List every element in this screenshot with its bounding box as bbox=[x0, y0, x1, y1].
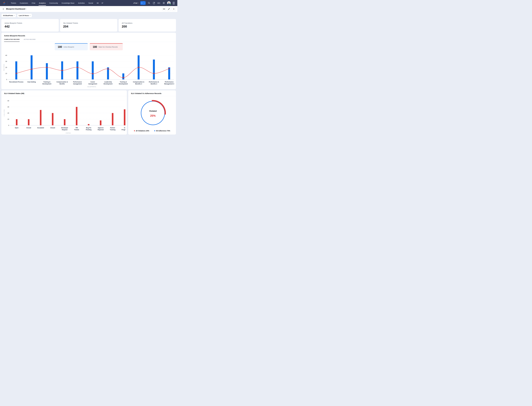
svg-text:LeadershipDevelopment: LeadershipDevelopment bbox=[104, 81, 112, 85]
record-badge-1[interactable]: 180State SLA Overdue Records bbox=[90, 43, 123, 50]
back-button[interactable] bbox=[2, 7, 5, 11]
nav-divider bbox=[7, 1, 8, 5]
tab-completed-record[interactable]: COMPLETED RECORD bbox=[4, 39, 20, 42]
adherence-ring[interactable] bbox=[141, 101, 165, 125]
stat-label: All Transitions bbox=[122, 22, 173, 24]
svg-text:BLUEPRINTS: BLUEPRINTS bbox=[88, 86, 96, 87]
user-avatar[interactable] bbox=[167, 1, 171, 5]
filter-label: All BluePrints bbox=[3, 15, 13, 16]
settings-gear-icon[interactable] bbox=[162, 2, 165, 5]
svg-text:Training &Development: Training &Development bbox=[119, 81, 128, 85]
svg-text:Open: Open bbox=[15, 127, 19, 129]
stat-label: Active Blueprint Tickets bbox=[5, 22, 56, 24]
nav-item-activities[interactable]: Activities bbox=[76, 0, 87, 6]
svg-text:PerformanceManagement 2: PerformanceManagement 2 bbox=[164, 81, 174, 85]
nav-item-social[interactable]: Social bbox=[87, 0, 95, 6]
top-navbar: TicketsCustomersChatAnalyticsCommunityKn… bbox=[0, 0, 177, 6]
app-grid-icon[interactable] bbox=[173, 2, 175, 5]
record-badge-0[interactable]: 180Active Blueprint bbox=[55, 43, 88, 50]
sla-donut-chart: Violated25% bbox=[130, 96, 175, 129]
collapse-button[interactable] bbox=[167, 7, 171, 11]
svg-text:STATES: STATES bbox=[66, 132, 71, 134]
legend-item-1[interactable]: 60 Adherence 75% bbox=[154, 130, 170, 132]
desk-logo-icon[interactable] bbox=[2, 1, 6, 5]
more-options-button[interactable] bbox=[162, 7, 166, 11]
info-button[interactable] bbox=[172, 7, 176, 11]
legend-dot-icon bbox=[134, 130, 135, 131]
stat-card-1[interactable]: Sla Violated Tickets204 bbox=[60, 19, 117, 31]
chevron-down-icon bbox=[144, 2, 145, 4]
svg-text:RECORDS: RECORDS bbox=[3, 64, 5, 71]
filter-button-1[interactable]: Last 24 Hours bbox=[17, 14, 32, 17]
page-header: Blueprint Dashboard bbox=[0, 6, 177, 12]
legend-text: 60 Adherence 75% bbox=[156, 130, 170, 132]
nav-item-chat[interactable]: Chat bbox=[30, 0, 37, 6]
nav-item-im[interactable]: IM bbox=[95, 0, 100, 6]
donut-center-label: Violated bbox=[149, 110, 157, 112]
chevron-down-icon bbox=[30, 15, 30, 16]
badge-value: 180 bbox=[93, 45, 97, 49]
stat-value: 200 bbox=[122, 25, 173, 28]
svg-text:Escalated: Escalated bbox=[37, 127, 44, 129]
svg-text:20: 20 bbox=[7, 112, 9, 114]
gamescope-icon[interactable] bbox=[157, 2, 160, 5]
svg-text:0: 0 bbox=[8, 124, 9, 126]
info-icon bbox=[174, 8, 174, 10]
add-dropdown[interactable] bbox=[144, 1, 146, 5]
svg-text:40: 40 bbox=[6, 55, 7, 56]
chevron-down-icon[interactable] bbox=[26, 8, 27, 10]
violated-bars[interactable] bbox=[16, 107, 126, 125]
nav-item-knowledge-base[interactable]: Knowledge Base bbox=[60, 0, 76, 6]
plus-icon[interactable]: + bbox=[140, 1, 144, 5]
panel-title: SLA Violated States (89) bbox=[1, 90, 127, 94]
filter-button-0[interactable]: All BluePrints bbox=[1, 14, 16, 17]
svg-text:Goal Setting: Goal Setting bbox=[27, 81, 36, 83]
svg-text:10: 10 bbox=[7, 118, 9, 120]
filter-label: Last 24 Hours bbox=[19, 15, 29, 16]
department-selector[interactable]: zPad bbox=[133, 2, 138, 4]
svg-text:30: 30 bbox=[6, 61, 7, 62]
nav-item-analytics[interactable]: Analytics bbox=[37, 0, 48, 6]
legend-item-0[interactable]: 20 Violations 25% bbox=[134, 130, 149, 132]
chevron-down-icon bbox=[138, 2, 138, 4]
donut-center-value: 25% bbox=[150, 114, 156, 117]
badge-value: 180 bbox=[58, 45, 62, 49]
svg-text:Performancemanagement: Performancemanagement bbox=[73, 81, 82, 85]
nav-menu: TicketsCustomersChatAnalyticsCommunityKn… bbox=[9, 0, 100, 6]
svg-text:Closed: Closed bbox=[50, 127, 55, 129]
nav-item-tickets[interactable]: Tickets bbox=[9, 0, 18, 6]
chevron-down-icon bbox=[14, 15, 14, 16]
stat-value: 204 bbox=[63, 25, 114, 28]
tab-active-record[interactable]: ACTIVE RECORD bbox=[24, 39, 35, 42]
record-tabs: COMPLETED RECORDACTIVE RECORD bbox=[1, 37, 176, 42]
search-icon[interactable] bbox=[147, 2, 151, 5]
svg-text:0: 0 bbox=[6, 79, 7, 80]
svg-text:PartnerTraining: PartnerTraining bbox=[110, 127, 115, 130]
panel-title: Active Blueprint Records bbox=[1, 33, 176, 37]
svg-text:Careermanagement: Careermanagement bbox=[88, 81, 97, 85]
stat-card-0[interactable]: Active Blueprint Tickets442 bbox=[1, 19, 59, 31]
svg-text:PMTickets: PMTickets bbox=[74, 127, 79, 130]
svg-text:Compensation &Benefits 2: Compensation &Benefits 2 bbox=[133, 81, 144, 85]
svg-text:InProgress: InProgress bbox=[121, 127, 126, 130]
svg-text:10: 10 bbox=[6, 72, 7, 74]
svg-text:Training &Development: Training &Development bbox=[42, 81, 51, 85]
legend-dot-icon bbox=[154, 130, 155, 131]
svg-text:ApproveRejected: ApproveRejected bbox=[98, 127, 104, 130]
stat-label: Sla Violated Tickets bbox=[63, 22, 114, 24]
sla-violated-vs-adherence-panel: SLA Violated Vs Adherence Records Violat… bbox=[128, 90, 176, 135]
page-title: Blueprint Dashboard bbox=[6, 8, 25, 10]
svg-text:Performance &Benifits 2: Performance &Benifits 2 bbox=[149, 81, 159, 85]
add-button[interactable]: + bbox=[140, 1, 146, 5]
nav-item-customers[interactable]: Customers bbox=[18, 0, 30, 6]
svg-text:VIOLATED: VIOLATED bbox=[4, 109, 5, 116]
stat-card-2[interactable]: All Transitions200 bbox=[119, 19, 176, 31]
blueprint-records-chart: 010203040RECORDSBLUEPRINTSRecruitment Pr… bbox=[2, 51, 175, 89]
records-bars[interactable] bbox=[15, 55, 170, 80]
feeds-icon[interactable] bbox=[153, 2, 155, 5]
record-badges: 180Active Blueprint180State SLA Overdue … bbox=[1, 43, 176, 50]
svg-text:Bug FixPending: Bug FixPending bbox=[86, 127, 91, 130]
filter-bar: All BluePrintsLast 24 Hours bbox=[0, 12, 177, 19]
nav-more-icon[interactable] bbox=[100, 2, 105, 4]
nav-item-community[interactable]: Community bbox=[48, 0, 60, 6]
